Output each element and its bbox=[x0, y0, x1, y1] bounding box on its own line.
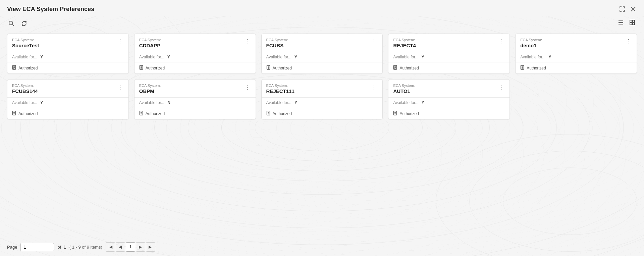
card-available-row: Available for... Y bbox=[516, 52, 637, 62]
available-value: Y bbox=[293, 55, 297, 59]
card-menu-button[interactable]: ⋮ bbox=[370, 84, 378, 90]
card-title-group: ECA System: AUTO1 bbox=[393, 84, 415, 94]
card-title-group: ECA System: REJECT4 bbox=[393, 38, 416, 48]
card-available-row: Available for... N bbox=[135, 98, 256, 108]
document-icon bbox=[393, 65, 397, 71]
card-available-row: Available for... Y bbox=[7, 98, 128, 108]
card-title-group: ECA System: SourceTest bbox=[12, 38, 39, 48]
document-icon bbox=[393, 111, 397, 116]
eca-card: ECA System: demo1 ⋮ Available for... Y bbox=[515, 34, 637, 74]
expand-button[interactable] bbox=[618, 5, 626, 13]
auth-text: Authorized bbox=[18, 111, 38, 116]
page-1-button[interactable]: 1 bbox=[126, 242, 135, 252]
svg-rect-25 bbox=[630, 23, 632, 25]
card-title: FCUBS144 bbox=[12, 88, 38, 94]
card-header: ECA System: SourceTest ⋮ bbox=[7, 34, 128, 52]
eca-card: ECA System: CDDAPP ⋮ Available for... Y bbox=[134, 34, 256, 74]
card-body: Available for... N Authorized bbox=[135, 97, 256, 119]
card-menu-button[interactable]: ⋮ bbox=[497, 84, 505, 90]
card-title: REJECT111 bbox=[266, 88, 294, 94]
card-header: ECA System: demo1 ⋮ bbox=[516, 34, 637, 52]
card-body: Available for... Y Authorized bbox=[516, 52, 637, 73]
card-body: Available for... Y Authorized bbox=[135, 52, 256, 73]
card-available-row: Available for... Y bbox=[7, 52, 128, 62]
svg-point-18 bbox=[9, 21, 13, 25]
title-bar: View ECA System Preferences bbox=[0, 0, 644, 16]
available-value: Y bbox=[166, 55, 170, 59]
card-auth-row: Authorized bbox=[516, 62, 637, 73]
card-label: ECA System: bbox=[266, 84, 294, 88]
available-label: Available for... bbox=[393, 55, 418, 59]
eca-card: ECA System: REJECT111 ⋮ Available for...… bbox=[261, 79, 383, 119]
card-menu-button[interactable]: ⋮ bbox=[370, 39, 378, 45]
card-body: Available for... Y Authorized bbox=[7, 52, 128, 73]
available-label: Available for... bbox=[139, 55, 164, 59]
available-value: Y bbox=[547, 55, 551, 59]
card-header: ECA System: FCUBS ⋮ bbox=[262, 34, 383, 52]
available-label: Available for... bbox=[393, 100, 418, 105]
card-header: ECA System: OBPM ⋮ bbox=[135, 80, 256, 97]
available-label: Available for... bbox=[12, 100, 37, 105]
card-auth-row: Authorized bbox=[135, 62, 256, 73]
eca-card: ECA System: SourceTest ⋮ Available for..… bbox=[7, 34, 129, 74]
card-menu-button[interactable]: ⋮ bbox=[116, 39, 124, 45]
card-menu-button[interactable]: ⋮ bbox=[624, 39, 633, 45]
card-menu-button[interactable]: ⋮ bbox=[116, 84, 124, 90]
grid-view-button[interactable] bbox=[628, 18, 637, 28]
card-header: ECA System: CDDAPP ⋮ bbox=[135, 34, 256, 52]
card-title: FCUBS bbox=[266, 43, 288, 48]
close-button[interactable] bbox=[630, 5, 637, 13]
card-title-group: ECA System: CDDAPP bbox=[139, 38, 161, 48]
card-menu-button[interactable]: ⋮ bbox=[497, 39, 505, 45]
auth-text: Authorized bbox=[146, 66, 165, 70]
last-page-button[interactable]: ▶| bbox=[146, 242, 155, 252]
page-input[interactable] bbox=[20, 243, 54, 251]
available-value: Y bbox=[39, 55, 43, 59]
card-label: ECA System: bbox=[520, 38, 542, 42]
eca-card: ECA System: AUTO1 ⋮ Available for... Y bbox=[388, 79, 510, 119]
card-body: Available for... Y Authorized bbox=[262, 52, 383, 73]
auth-text: Authorized bbox=[527, 66, 546, 70]
card-title: REJECT4 bbox=[393, 43, 416, 48]
available-label: Available for... bbox=[12, 55, 37, 59]
card-auth-row: Authorized bbox=[7, 108, 128, 119]
page-title: View ECA System Preferences bbox=[7, 6, 94, 13]
card-title: demo1 bbox=[520, 43, 542, 48]
card-body: Available for... Y Authorized bbox=[388, 52, 509, 73]
search-button[interactable] bbox=[7, 19, 16, 28]
card-header: ECA System: REJECT111 ⋮ bbox=[262, 80, 383, 97]
cards-grid-row1: ECA System: SourceTest ⋮ Available for..… bbox=[7, 34, 637, 74]
auth-text: Authorized bbox=[399, 111, 419, 116]
card-auth-row: Authorized bbox=[7, 62, 128, 73]
card-title-group: ECA System: FCUBS144 bbox=[12, 84, 38, 94]
card-title-group: ECA System: demo1 bbox=[520, 38, 542, 48]
auth-text: Authorized bbox=[273, 66, 292, 70]
prev-page-button[interactable]: ◀ bbox=[116, 242, 125, 252]
card-menu-button[interactable]: ⋮ bbox=[243, 84, 252, 90]
first-page-button[interactable]: |◀ bbox=[106, 242, 115, 252]
card-header: ECA System: AUTO1 ⋮ bbox=[388, 80, 509, 97]
svg-rect-26 bbox=[633, 23, 635, 25]
card-header: ECA System: REJECT4 ⋮ bbox=[388, 34, 509, 52]
auth-text: Authorized bbox=[399, 66, 419, 70]
card-available-row: Available for... Y bbox=[262, 52, 383, 62]
card-title: OBPM bbox=[139, 88, 161, 94]
list-view-button[interactable] bbox=[616, 18, 626, 28]
document-icon bbox=[266, 111, 271, 116]
available-value: N bbox=[166, 100, 170, 105]
card-title: CDDAPP bbox=[139, 43, 161, 48]
card-title: SourceTest bbox=[12, 43, 39, 48]
refresh-button[interactable] bbox=[20, 19, 29, 28]
items-info: ( 1 - 9 of 9 items) bbox=[69, 245, 102, 250]
available-label: Available for... bbox=[520, 55, 545, 59]
available-value: Y bbox=[293, 100, 297, 105]
title-bar-actions bbox=[618, 5, 637, 13]
cards-grid-row2: ECA System: FCUBS144 ⋮ Available for... … bbox=[7, 79, 637, 119]
next-page-button[interactable]: ▶ bbox=[136, 242, 145, 252]
toolbar bbox=[0, 16, 644, 30]
eca-card: ECA System: OBPM ⋮ Available for... N bbox=[134, 79, 256, 119]
svg-line-19 bbox=[12, 24, 14, 26]
page-of-label: of 1 bbox=[57, 245, 66, 250]
card-menu-button[interactable]: ⋮ bbox=[243, 39, 252, 45]
card-auth-row: Authorized bbox=[388, 108, 509, 119]
